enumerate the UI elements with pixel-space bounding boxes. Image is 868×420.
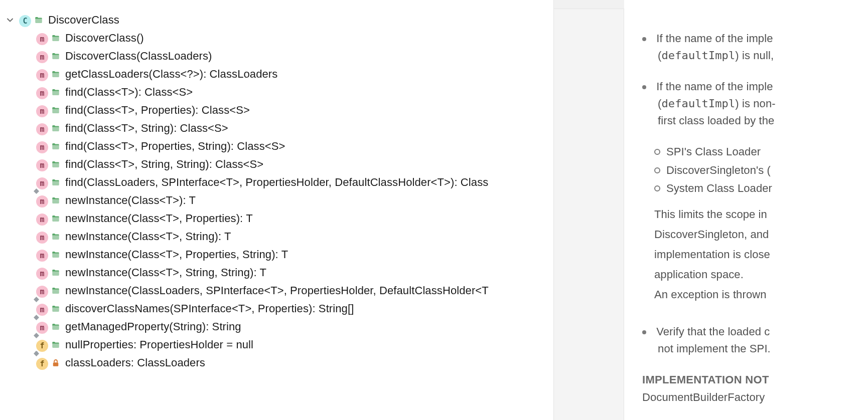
method-icon: m <box>36 231 48 243</box>
structure-method-row[interactable]: mnewInstance(Class<T>, String, String): … <box>0 264 553 282</box>
public-visibility-icon <box>51 123 61 133</box>
structure-method-row[interactable]: mfind(ClassLoaders, SPInterface<T>, Prop… <box>0 173 553 191</box>
chevron-down-icon[interactable] <box>5 15 15 25</box>
method-icon: m <box>36 213 48 225</box>
method-signature: newInstance(Class<T>, Properties): T <box>65 212 253 225</box>
class-name: DiscoverClass <box>48 14 119 27</box>
doc-paragraph: This limits the scope in <box>654 206 868 223</box>
doc-code: defaultImpl <box>662 49 736 62</box>
class-icon: C <box>19 14 31 26</box>
doc-text: If the name of the imple <box>656 32 773 45</box>
structure-panel: CDiscoverClassmDiscoverClass()mDiscoverC… <box>0 0 554 420</box>
public-visibility-icon <box>51 87 61 97</box>
structure-method-row[interactable]: mfind(Class<T>, String, String): Class<S… <box>0 155 553 173</box>
method-signature: newInstance(Class<T>, String): T <box>65 230 231 243</box>
field-signature: classLoaders: ClassLoaders <box>65 356 205 369</box>
public-visibility-icon <box>51 250 61 260</box>
structure-tree: CDiscoverClassmDiscoverClass()mDiscoverC… <box>0 11 553 372</box>
structure-field-row[interactable]: fclassLoaders: ClassLoaders <box>0 354 553 372</box>
doc-code: defaultImpl <box>662 97 736 110</box>
method-icon: m <box>36 194 48 206</box>
structure-method-row[interactable]: mdiscoverClassNames(SPInterface<T>, Prop… <box>0 300 553 318</box>
method-icon: m <box>36 140 48 152</box>
doc-text: not implement the SPI. <box>658 342 771 355</box>
method-signature: find(ClassLoaders, SPInterface<T>, Prope… <box>65 176 488 189</box>
structure-method-row[interactable]: mnewInstance(Class<T>, Properties, Strin… <box>0 246 553 264</box>
method-signature: discoverClassNames(SPInterface<T>, Prope… <box>65 302 354 315</box>
doc-bullet-item: Verify that the loaded c not implement t… <box>642 323 868 357</box>
doc-text: ) is null, <box>735 49 774 62</box>
structure-method-row[interactable]: mgetClassLoaders(Class<?>): ClassLoaders <box>0 65 553 83</box>
doc-bullet-group-2: If the name of the imple (defaultImpl) i… <box>642 78 868 129</box>
method-icon: m <box>36 158 48 170</box>
svg-rect-2 <box>53 362 59 366</box>
public-visibility-icon <box>51 177 61 187</box>
doc-circle-item: DiscoverSingleton's ( <box>654 162 868 179</box>
public-visibility-icon <box>51 195 61 205</box>
field-signature: nullProperties: PropertiesHolder = null <box>65 338 253 351</box>
structure-method-row[interactable]: mDiscoverClass(ClassLoaders) <box>0 47 553 65</box>
structure-method-row[interactable]: mfind(Class<T>, Properties): Class<S> <box>0 101 553 119</box>
method-icon: m <box>36 303 48 315</box>
field-icon: f <box>36 357 48 369</box>
method-icon: m <box>36 249 48 261</box>
doc-circle-list: SPI's Class Loader DiscoverSingleton's (… <box>654 143 868 196</box>
method-signature: newInstance(Class<T>, String, String): T <box>65 266 266 279</box>
method-signature: find(Class<T>, Properties, String): Clas… <box>65 140 285 153</box>
method-icon: m <box>36 104 48 116</box>
structure-class-row[interactable]: CDiscoverClass <box>0 11 553 29</box>
method-signature: getManagedProperty(String): String <box>65 320 241 333</box>
method-signature: DiscoverClass() <box>65 32 144 45</box>
method-signature: newInstance(Class<T>, Properties, String… <box>65 248 288 261</box>
structure-field-row[interactable]: fnullProperties: PropertiesHolder = null <box>0 336 553 354</box>
doc-text: ) is non- <box>735 97 775 110</box>
method-icon: m <box>36 176 48 188</box>
method-signature: find(Class<T>, String, String): Class<S> <box>65 158 263 171</box>
doc-paragraph: DiscoverSingleton, and <box>654 226 868 243</box>
method-icon: m <box>36 122 48 134</box>
doc-paragraph: implementation is close <box>654 246 868 263</box>
public-visibility-icon <box>51 232 61 242</box>
doc-text: Verify that the loaded c <box>656 325 770 338</box>
method-icon: m <box>36 321 48 333</box>
method-signature: find(Class<T>, Properties): Class<S> <box>65 104 250 117</box>
public-visibility-icon <box>51 322 61 332</box>
structure-method-row[interactable]: mnewInstance(Class<T>, Properties): T <box>0 209 553 228</box>
structure-method-row[interactable]: mfind(Class<T>, String): Class<S> <box>0 119 553 137</box>
public-visibility-icon <box>34 15 44 25</box>
field-icon: f <box>36 339 48 351</box>
method-icon: m <box>36 32 48 44</box>
public-visibility-icon <box>51 105 61 115</box>
public-visibility-icon <box>51 304 61 314</box>
method-icon: m <box>36 86 48 98</box>
method-icon: m <box>36 68 48 80</box>
public-visibility-icon <box>51 159 61 169</box>
doc-bullet-group-3: Verify that the loaded c not implement t… <box>642 323 868 357</box>
public-visibility-icon <box>51 268 61 278</box>
structure-method-row[interactable]: mDiscoverClass() <box>0 29 553 47</box>
method-icon: m <box>36 50 48 62</box>
doc-text: If the name of the imple <box>656 80 773 93</box>
app-root: CDiscoverClassmDiscoverClass()mDiscoverC… <box>0 0 868 420</box>
doc-bullet-item: If the name of the imple (defaultImpl) i… <box>642 78 868 129</box>
structure-method-row[interactable]: mnewInstance(ClassLoaders, SPInterface<T… <box>0 282 553 300</box>
structure-method-row[interactable]: mfind(Class<T>): Class<S> <box>0 83 553 101</box>
doc-paragraph: An exception is thrown <box>654 286 868 303</box>
structure-method-row[interactable]: mfind(Class<T>, Properties, String): Cla… <box>0 137 553 155</box>
structure-method-row[interactable]: mnewInstance(Class<T>, String): T <box>0 228 553 246</box>
doc-text: DocumentBuilderFactory <box>642 389 868 406</box>
panel-gap[interactable] <box>554 0 624 420</box>
structure-method-row[interactable]: mnewInstance(Class<T>): T <box>0 191 553 209</box>
private-visibility-icon <box>51 358 61 368</box>
doc-text: first class loaded by the <box>658 114 774 127</box>
doc-circle-item: SPI's Class Loader <box>654 143 868 160</box>
public-visibility-icon <box>51 141 61 151</box>
method-signature: getClassLoaders(Class<?>): ClassLoaders <box>65 68 277 81</box>
method-signature: newInstance(ClassLoaders, SPInterface<T>… <box>65 284 489 297</box>
public-visibility-icon <box>51 69 61 79</box>
structure-method-row[interactable]: mgetManagedProperty(String): String <box>0 318 553 336</box>
documentation-panel: If the name of the imple (defaultImpl) i… <box>624 0 868 420</box>
method-signature: find(Class<T>, String): Class<S> <box>65 122 228 135</box>
doc-bullet-group-1: If the name of the imple (defaultImpl) i… <box>642 30 868 64</box>
public-visibility-icon <box>51 214 61 224</box>
